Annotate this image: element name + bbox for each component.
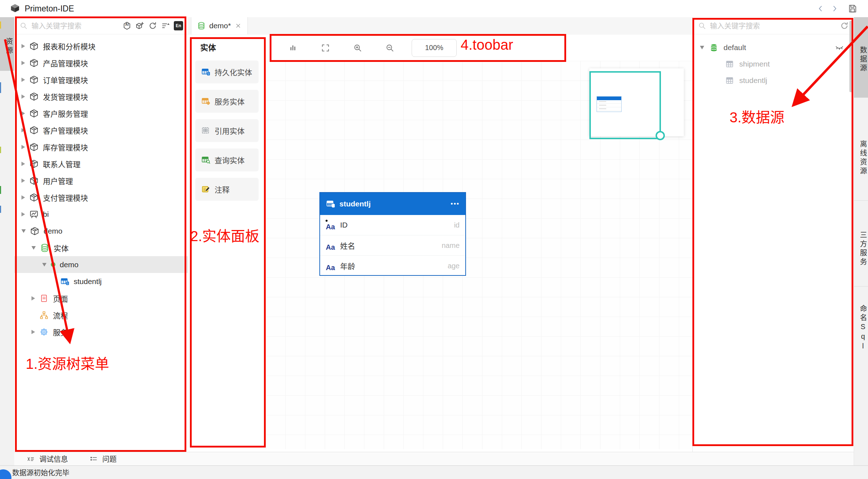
refresh-icon[interactable] — [148, 21, 157, 30]
datasource-search-bar: 输入关键字搜索 — [693, 17, 854, 34]
chevron-right-icon[interactable] — [21, 145, 25, 149]
module-cube-icon — [29, 41, 39, 51]
ai-assistant-button[interactable]: AI — [122, 21, 132, 30]
datasource-table-studentlj[interactable]: studentlj — [693, 72, 854, 89]
chevron-right-icon[interactable] — [31, 296, 35, 300]
tree-item-demo-selected[interactable]: demo — [14, 256, 188, 273]
tree-item-module[interactable]: 报表和分析模块 — [14, 38, 188, 54]
save-icon[interactable] — [847, 3, 858, 14]
tree-item-module-demo[interactable]: demo — [14, 223, 188, 239]
eye-closed-icon[interactable] — [835, 43, 844, 52]
entity-field-row[interactable]: Aa ID id — [320, 215, 465, 235]
tree-item-module[interactable]: 产品管理模块 — [14, 54, 188, 71]
chevron-right-icon[interactable] — [21, 195, 25, 200]
tree-item-module[interactable]: 客户管理模块 — [14, 122, 188, 138]
canvas-toolbar: 100% — [266, 35, 692, 61]
gear-icon — [39, 327, 49, 337]
chevron-right-icon[interactable] — [21, 94, 25, 99]
primeton-ide-window: Primeton-IDE 资源 输入关键字搜索 AI En 报表和分析模块 产品… — [0, 0, 868, 479]
ime-indicator: En — [174, 21, 183, 30]
tree-item-flows[interactable]: 流程 — [14, 307, 188, 323]
minimap-viewport[interactable] — [589, 71, 661, 139]
palette-service-entity[interactable]: 服务实体 — [195, 90, 259, 113]
tree-item-module[interactable]: 订单管理模块 — [14, 71, 188, 88]
field-type-icon: Aa — [326, 219, 340, 231]
palette-reference-entity[interactable]: 引用实体 — [195, 119, 259, 142]
sort-filter-icon[interactable] — [161, 21, 170, 30]
search-input[interactable]: 输入关键字搜索 — [31, 20, 119, 31]
chevron-down-icon[interactable] — [31, 246, 36, 250]
new-module-icon[interactable] — [135, 21, 144, 30]
datasource-search-input[interactable]: 输入关键字搜索 — [710, 20, 836, 31]
rail-tab-offline-resources[interactable]: 离线资源 — [854, 98, 868, 200]
datasource-default[interactable]: default — [693, 39, 854, 56]
diagram-grid-canvas[interactable]: studentlj ••• Aa ID id Aa 姓名 name Aa 年龄 … — [266, 61, 692, 449]
tree-item-entities[interactable]: 实体 — [14, 239, 188, 256]
palette-query-entity[interactable]: 查询实体 — [195, 148, 259, 171]
tree-item-module[interactable]: 支付管理模块 — [14, 189, 188, 206]
tree-item-studentlj[interactable]: studentlj — [14, 273, 188, 290]
title-bar: Primeton-IDE — [0, 0, 868, 18]
nav-back-icon[interactable] — [816, 4, 825, 13]
datasource-table-shipment[interactable]: shipment — [693, 56, 854, 72]
chevron-right-icon[interactable] — [21, 61, 25, 65]
rail-tab-named-sql[interactable]: 命名Sql — [854, 286, 868, 361]
chevron-down-icon[interactable] — [700, 46, 704, 49]
rail-tab-datasource[interactable]: 数据源 — [854, 17, 868, 98]
right-activity-rail: 数据源 离线资源 三方服务 命名Sql — [854, 17, 868, 465]
rail-tab-third-party-services[interactable]: 三方服务 — [854, 200, 868, 286]
tree-item-module[interactable]: 用户管理 — [14, 172, 188, 189]
chart-bars-icon[interactable] — [289, 43, 298, 53]
chevron-right-icon[interactable] — [21, 162, 25, 166]
entity-table-icon — [326, 199, 335, 209]
table-grid-icon — [725, 59, 734, 69]
tab-debug-info[interactable]: 调试信息 — [26, 454, 68, 464]
module-cube-icon — [30, 226, 39, 236]
tree-item-module[interactable]: 库存管理模块 — [14, 138, 188, 155]
tab-problems[interactable]: 问题 — [89, 454, 117, 464]
left-activity-rail: 资源 — [0, 17, 15, 465]
zoom-out-icon[interactable] — [385, 43, 394, 53]
chevron-right-icon[interactable] — [31, 330, 35, 334]
chevron-right-icon[interactable] — [21, 78, 25, 82]
chevron-down-icon[interactable] — [42, 263, 46, 267]
chevron-right-icon[interactable] — [21, 212, 25, 216]
status-message: 数据源初始化完毕 — [12, 467, 69, 478]
fit-screen-icon[interactable] — [321, 43, 330, 53]
rail-tab-resources[interactable]: 资源 — [0, 17, 14, 71]
more-menu-icon[interactable]: ••• — [451, 200, 460, 208]
entity-field-row[interactable]: Aa 年龄 age — [320, 256, 465, 276]
chevron-down-icon[interactable] — [21, 229, 26, 233]
tree-item-module[interactable]: 发货管理模块 — [14, 88, 188, 105]
refresh-icon[interactable] — [840, 21, 849, 30]
tree-item-services[interactable]: 服务 — [14, 323, 188, 340]
minimap-resize-handle[interactable] — [656, 131, 665, 140]
close-icon[interactable] — [235, 22, 242, 29]
chevron-right-icon[interactable] — [21, 179, 25, 183]
edge-sliver — [0, 186, 1, 194]
entity-panel-title: 实体 — [200, 41, 266, 53]
bottom-tabs-bar: 调试信息 问题 — [14, 452, 854, 465]
zoom-level-input[interactable]: 100% — [412, 39, 457, 57]
edge-sliver — [0, 206, 1, 213]
tree-item-module[interactable]: 联系人管理 — [14, 155, 188, 172]
vertical-scrollbar[interactable] — [849, 21, 852, 92]
tab-demo[interactable]: demo* — [191, 17, 248, 34]
chevron-right-icon[interactable] — [21, 111, 25, 116]
chevron-right-icon[interactable] — [21, 44, 25, 48]
page-icon — [39, 294, 49, 303]
palette-persistent-entity[interactable]: 持久化实体 — [195, 60, 259, 83]
zoom-in-icon[interactable] — [353, 43, 362, 53]
entity-card-header[interactable]: studentlj ••• — [320, 193, 465, 215]
entity-card-studentlj[interactable]: studentlj ••• Aa ID id Aa 姓名 name Aa 年龄 … — [319, 192, 466, 276]
tree-item-pages[interactable]: 页面 — [14, 290, 188, 307]
palette-comment[interactable]: 注释 — [195, 178, 259, 201]
nav-forward-icon[interactable] — [830, 4, 839, 13]
module-cube-icon — [29, 159, 39, 168]
app-title: Primeton-IDE — [25, 4, 74, 14]
entity-field-row[interactable]: Aa 姓名 name — [320, 235, 465, 256]
search-icon — [698, 21, 706, 30]
tree-item-bi[interactable]: bi — [14, 206, 188, 223]
chevron-right-icon[interactable] — [21, 128, 25, 132]
tree-item-module[interactable]: 客户服务管理 — [14, 105, 188, 122]
